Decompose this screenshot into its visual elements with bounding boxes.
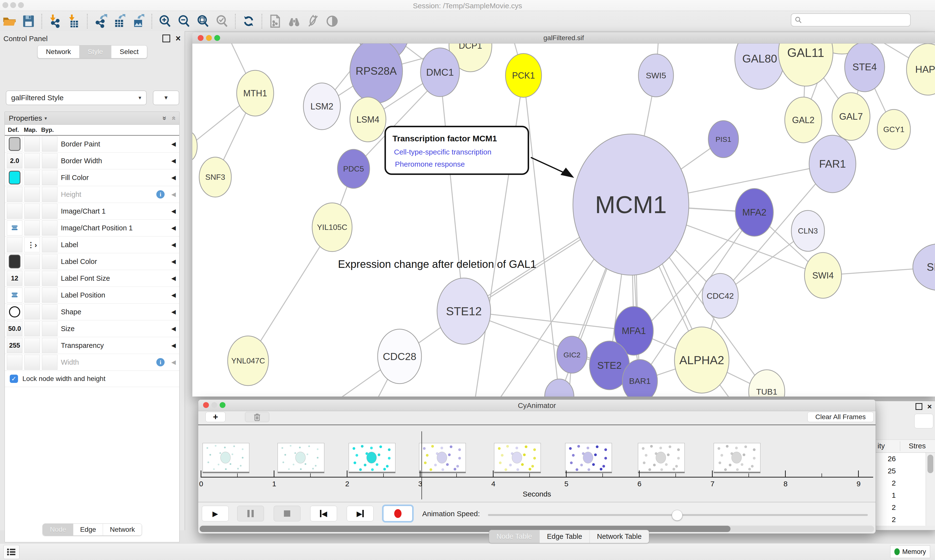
expand-row-icon[interactable]: ◀ — [171, 292, 176, 298]
frame-thumbnail-4[interactable] — [494, 443, 541, 472]
open-folder-icon[interactable] — [2, 13, 17, 29]
property-row[interactable]: Heighti◀ — [5, 186, 179, 203]
property-value-cell[interactable] — [42, 153, 57, 168]
expand-row-icon[interactable]: ◀ — [171, 275, 176, 282]
binoculars-icon[interactable] — [286, 13, 302, 29]
scrollbar-thumb[interactable] — [927, 455, 933, 473]
network-window-titlebar[interactable]: galFiltered.sif — [192, 32, 935, 43]
property-row[interactable]: 255Transparency◀ — [5, 337, 179, 354]
export-network-icon[interactable] — [93, 13, 109, 29]
property-value-cell[interactable]: 255 — [7, 338, 22, 353]
export-image-icon[interactable] — [131, 13, 147, 29]
tab-network-table[interactable]: Network Table — [589, 530, 649, 543]
property-value-cell[interactable] — [24, 321, 40, 336]
property-value-cell[interactable]: ⋮› — [24, 237, 40, 252]
property-value-cell[interactable] — [24, 338, 40, 353]
info-icon[interactable]: i — [156, 358, 165, 366]
task-history-button[interactable] — [3, 545, 20, 559]
expand-row-icon[interactable]: ◀ — [171, 225, 176, 231]
property-value-cell[interactable]: 2.0 — [7, 153, 22, 168]
property-value-cell[interactable] — [24, 220, 40, 235]
property-row[interactable]: Label Position◀ — [5, 287, 179, 304]
property-value-cell[interactable] — [42, 220, 57, 235]
search-input[interactable] — [802, 16, 907, 24]
tab-node-table[interactable]: Node Table — [489, 530, 539, 543]
tab-edge[interactable]: Edge — [73, 524, 103, 535]
property-row[interactable]: 12Label Font Size◀ — [5, 270, 179, 287]
record-button[interactable] — [383, 506, 412, 521]
stop-button[interactable] — [274, 506, 301, 521]
property-value-cell[interactable] — [7, 288, 22, 303]
expand-row-icon[interactable]: ◀ — [171, 208, 176, 215]
property-row[interactable]: Fill Color◀ — [5, 169, 179, 186]
expand-all-icon[interactable]: » — [161, 116, 169, 120]
property-row[interactable]: Widthi◀ — [5, 354, 179, 371]
frame-thumbnail-7[interactable] — [714, 443, 761, 472]
annotation-callout[interactable]: Transcription factor MCM1 Cell-type-spec… — [385, 126, 574, 178]
float-panel-icon[interactable] — [162, 35, 170, 42]
info-icon[interactable]: i — [156, 190, 165, 198]
expand-row-icon[interactable]: ◀ — [171, 325, 176, 332]
edge[interactable] — [475, 75, 523, 397]
property-row[interactable]: Image/Chart 1◀ — [5, 203, 179, 220]
property-value-cell[interactable] — [42, 355, 57, 370]
table-row[interactable]: 2 — [876, 477, 926, 489]
property-row[interactable]: ⋮›Label◀ — [5, 237, 179, 253]
collapse-all-icon[interactable]: » — [169, 116, 177, 120]
close-panel-icon[interactable]: × — [927, 403, 932, 410]
network-canvas[interactable]: RPS28BDCP1RPS28ADMC1PCK1SWI5GAL80GAL11ST… — [192, 43, 935, 397]
expand-row-icon[interactable]: ◀ — [171, 241, 176, 248]
table-row[interactable]: 2 — [876, 514, 926, 526]
expand-row-icon[interactable]: ◀ — [171, 141, 176, 148]
property-value-cell[interactable] — [7, 220, 22, 235]
expand-row-icon[interactable]: ◀ — [171, 258, 176, 265]
property-value-cell[interactable] — [7, 304, 22, 319]
zoom-out-icon[interactable] — [176, 13, 192, 29]
property-value-cell[interactable] — [24, 271, 40, 286]
property-value-cell[interactable] — [24, 187, 40, 202]
chevron-down-icon[interactable]: ▾ — [45, 115, 47, 121]
import-table-icon[interactable] — [66, 13, 82, 29]
property-value-cell[interactable] — [7, 137, 22, 152]
property-value-cell[interactable] — [24, 288, 40, 303]
column-divider[interactable] — [900, 441, 900, 451]
zoom-fit-icon[interactable] — [195, 13, 211, 29]
property-row[interactable]: 2.0Border Width◀ — [5, 152, 179, 169]
save-icon[interactable] — [20, 13, 37, 29]
tab-node[interactable]: Node — [43, 524, 73, 535]
frame-thumbnail-1[interactable] — [278, 443, 324, 472]
table-row[interactable]: 1 — [876, 489, 926, 502]
close-panel-icon[interactable]: × — [176, 35, 181, 42]
frame-thumbnail-6[interactable] — [638, 443, 685, 472]
property-value-cell[interactable]: 12 — [7, 271, 22, 286]
node-GAL80[interactable] — [735, 43, 785, 89]
column-centrality[interactable]: ity — [878, 442, 885, 450]
cyanimator-titlebar[interactable]: CyAnimator — [198, 400, 876, 411]
tab-network-style[interactable]: Network — [103, 524, 142, 535]
slider-thumb[interactable] — [672, 510, 682, 521]
play-button[interactable]: ▶ — [202, 506, 228, 521]
property-value-cell[interactable]: 50.0 — [7, 321, 22, 336]
lock-checkbox[interactable]: ✓ — [10, 375, 18, 383]
property-value-cell[interactable] — [24, 254, 40, 269]
table-toolbar-field[interactable] — [914, 414, 933, 428]
hide-details-icon[interactable] — [305, 13, 321, 29]
timeline[interactable]: 0123456789 Seconds — [198, 425, 876, 501]
property-value-cell[interactable] — [7, 204, 22, 219]
previous-frame-button[interactable]: ◀ — [310, 506, 337, 521]
search-field[interactable] — [791, 13, 911, 26]
animation-speed-slider[interactable] — [488, 514, 868, 516]
table-vertical-scrollbar[interactable] — [926, 453, 935, 526]
frame-thumbnail-0[interactable] — [202, 443, 249, 472]
frame-thumbnail-5[interactable] — [565, 443, 612, 472]
zoom-selected-icon[interactable] — [214, 13, 230, 29]
node-LC[interactable] — [192, 132, 197, 161]
table-row[interactable]: 26 — [876, 453, 926, 465]
property-value-cell[interactable] — [42, 338, 57, 353]
clear-all-frames-button[interactable]: Clear All Frames — [807, 412, 874, 422]
expand-row-icon[interactable]: ◀ — [171, 359, 176, 366]
expand-row-icon[interactable]: ◀ — [171, 157, 176, 164]
export-table-icon[interactable] — [111, 13, 128, 29]
float-panel-icon[interactable] — [915, 403, 922, 410]
show-graphics-icon[interactable] — [324, 13, 340, 29]
